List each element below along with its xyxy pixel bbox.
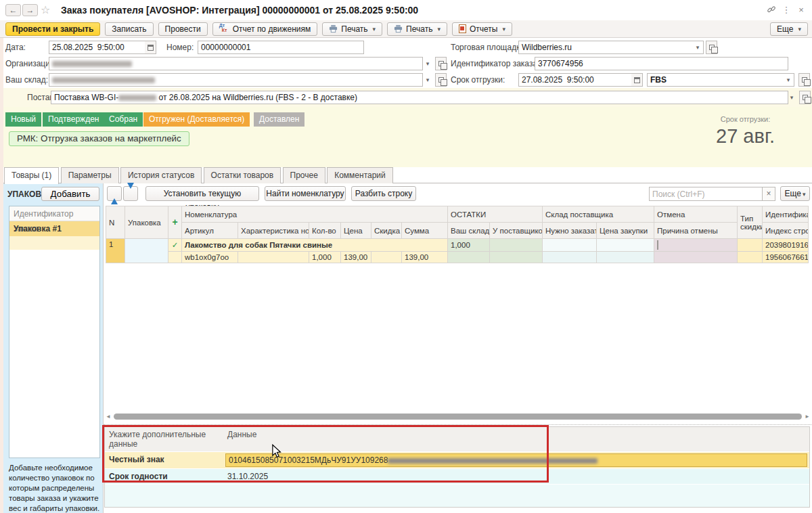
splitter-line[interactable] (104, 424, 811, 425)
scroll-right-icon[interactable]: ► (803, 412, 811, 421)
col-purchase-price[interactable]: Цена закупки (597, 223, 654, 239)
scheme-choose-icon[interactable] (798, 73, 810, 87)
back-icon[interactable]: ← (5, 4, 21, 16)
forward-icon[interactable]: → (22, 4, 38, 16)
post-and-close-button[interactable]: Провести и закрыть (5, 22, 100, 36)
row-article[interactable]: wb1ox0g7oo (182, 252, 238, 263)
package-list-item-empty[interactable] (9, 236, 99, 250)
scrollbar-thumb[interactable] (114, 414, 802, 420)
close-icon[interactable]: × (796, 5, 807, 15)
search-input[interactable] (649, 187, 763, 201)
movements-report-button[interactable]: Отчет по движениям (212, 22, 318, 36)
more-button-table[interactable]: Еще (780, 186, 810, 201)
col-suppliers[interactable]: У поставщиков (490, 223, 543, 239)
row-characteristic[interactable] (238, 252, 309, 263)
col-nomenclature[interactable]: Номенклатура (182, 206, 448, 223)
row-purchase-price[interactable] (597, 239, 654, 252)
marketplace-choose-icon[interactable] (706, 41, 717, 54)
row-purchase-price-2[interactable] (597, 252, 654, 263)
col-sum[interactable]: Сумма (402, 223, 448, 239)
ship-date-calendar-icon[interactable] (631, 73, 643, 87)
tab-stock[interactable]: Остатки товаров (204, 167, 281, 183)
scroll-left-icon[interactable]: ◄ (104, 412, 112, 421)
horizontal-scrollbar[interactable]: ◄ ► (104, 412, 811, 421)
move-down-button[interactable] (123, 186, 138, 201)
status-new[interactable]: Новый (5, 112, 41, 127)
status-delivered[interactable]: Доставлен (254, 112, 304, 127)
set-current-package-button[interactable]: Установить текущую упаковку (145, 186, 259, 201)
tab-comment[interactable]: Комментарий (327, 167, 393, 183)
scheme-field[interactable]: FBS (647, 73, 794, 87)
col-article[interactable]: Артикул (182, 223, 238, 239)
tab-other[interactable]: Прочее (283, 167, 325, 183)
col-group-cancel[interactable]: Отмена (654, 206, 738, 223)
marketplace-field[interactable]: Wildberries.ru (518, 41, 704, 54)
col-n[interactable]: N (106, 206, 125, 239)
organization-field[interactable] (49, 57, 423, 70)
print-button-1[interactable]: Печать (322, 22, 382, 36)
package-list-item[interactable]: Упаковка #1 (9, 221, 99, 236)
date-input[interactable] (49, 41, 145, 54)
col-price[interactable]: Цена (341, 223, 371, 239)
move-up-button[interactable] (107, 186, 122, 201)
col-cancel-reason[interactable]: Причина отмены (654, 223, 738, 239)
tab-parameters[interactable]: Параметры (61, 167, 119, 183)
col-our-stock[interactable]: Ваш склад (448, 223, 490, 239)
ship-date-input[interactable] (518, 73, 632, 87)
row-qty[interactable]: 1,000 (309, 252, 341, 263)
row-discount[interactable] (371, 252, 402, 263)
add-row-plus-icon[interactable]: + (168, 206, 182, 239)
col-discount-type[interactable]: Тип скидки (738, 206, 763, 239)
organization-dropdown-icon[interactable] (423, 57, 432, 70)
date-calendar-icon[interactable] (145, 41, 156, 54)
row-package-cell[interactable] (125, 239, 168, 263)
split-row-button[interactable]: Разбить строку (351, 186, 416, 201)
rmk-shipment-button[interactable]: РМК: Отгрузка заказов на маркетплейс (9, 131, 189, 146)
favorite-star-icon[interactable]: ☆ (41, 3, 50, 16)
status-confirmed[interactable]: Подтвержден (43, 112, 104, 127)
honest-sign-row[interactable]: Честный знак 0104615085071003215МДьЧУ91У… (105, 452, 809, 469)
col-need-order[interactable]: Нужно заказать (543, 223, 597, 239)
row-cancel-cell[interactable] (654, 239, 738, 252)
col-characteristic[interactable]: Характеристика номе... (238, 223, 309, 239)
write-button[interactable]: Записать (105, 22, 153, 36)
menu-dots-icon[interactable]: ⋮ (781, 5, 792, 15)
supply-field[interactable]: Поставка WB-GI- от 26.08.2025 на Wildber… (51, 91, 788, 104)
organization-choose-icon[interactable] (435, 57, 447, 70)
post-button[interactable]: Провести (158, 22, 208, 36)
supply-choose-icon[interactable] (799, 91, 811, 104)
goods-row-line-1[interactable]: 1 ✓ Лакомство для собак Пятачки свиные 1… (106, 239, 809, 252)
row-need-order[interactable] (543, 239, 597, 252)
row-sum[interactable]: 139,00 (402, 252, 448, 263)
cancel-checkbox[interactable] (657, 240, 658, 250)
col-package[interactable]: Упаковка (125, 206, 168, 239)
tab-status-history[interactable]: История статусов (120, 167, 202, 183)
scheme-dropdown-icon[interactable] (784, 73, 793, 87)
link-icon[interactable] (766, 5, 777, 16)
col-group-stock[interactable]: ОСТАТКИ (448, 206, 543, 223)
tab-goods[interactable]: Товары (1) (4, 167, 59, 184)
status-assembled[interactable]: Собран (104, 112, 143, 127)
col-identifier[interactable]: Идентификатор . (763, 206, 809, 223)
add-package-button[interactable]: Добавить (41, 187, 99, 201)
col-row-index[interactable]: Индекс строки (763, 223, 809, 239)
warehouse-dropdown-icon[interactable] (423, 73, 432, 87)
warehouse-field[interactable] (49, 73, 423, 87)
more-button-top[interactable]: Еще (770, 22, 808, 36)
row-nomenclature[interactable]: Лакомство для собак Пятачки свиные (182, 239, 448, 252)
print-button-2[interactable]: Печать (387, 22, 447, 36)
status-shipped[interactable]: Отгружен (Доставляется) (143, 112, 250, 127)
supply-dropdown-icon[interactable] (787, 91, 796, 104)
reports-button[interactable]: Отчеты (452, 22, 512, 36)
goods-row-line-2[interactable]: wb1ox0g7oo 1,000 139,00 139,00 195606766… (106, 252, 809, 263)
honest-sign-value[interactable]: 0104615085071003215МДьЧУ91УУ109268 (225, 453, 807, 467)
col-qty[interactable]: Кол-во (309, 223, 341, 239)
search-clear-icon[interactable]: × (762, 187, 775, 201)
warehouse-choose-icon[interactable] (435, 73, 447, 87)
col-group-supplier[interactable]: Склад поставщика (543, 206, 654, 223)
find-nomenclature-button[interactable]: Найти номенклатуру (265, 186, 346, 201)
marketplace-dropdown-icon[interactable] (693, 41, 702, 54)
row-price[interactable]: 139,00 (341, 252, 371, 263)
number-input[interactable] (198, 41, 364, 54)
expiry-row[interactable]: Срок годности 31.10.2025 (105, 469, 809, 485)
